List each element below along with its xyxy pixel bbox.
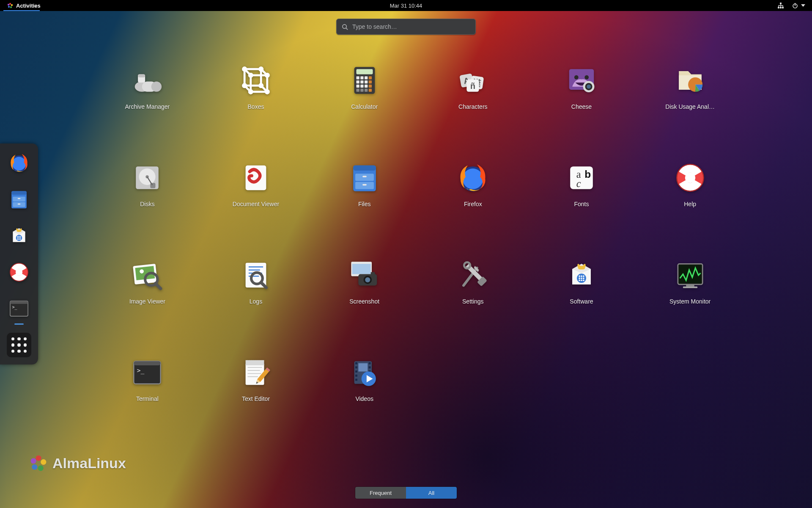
svg-rect-165: [355, 362, 357, 364]
app-text-editor[interactable]: Text Editor: [218, 356, 294, 402]
app-label: Boxes: [248, 103, 264, 110]
app-system-monitor[interactable]: System Monitor: [652, 258, 728, 305]
svg-point-24: [20, 236, 21, 237]
svg-point-136: [579, 279, 580, 281]
app-characters[interactable]: A 漢 ñ Characters: [435, 64, 511, 110]
svg-rect-167: [355, 370, 357, 373]
app-cheese[interactable]: Cheese: [543, 64, 620, 110]
svg-rect-144: [134, 361, 161, 365]
search-input[interactable]: [352, 23, 470, 30]
system-status-area[interactable]: [777, 0, 812, 11]
cheese-icon: [565, 64, 598, 97]
svg-rect-170: [368, 362, 370, 364]
svg-point-182: [31, 458, 36, 464]
app-label: Terminal: [136, 395, 159, 402]
app-files[interactable]: Files: [326, 161, 403, 207]
svg-point-181: [32, 464, 37, 470]
svg-point-51: [258, 83, 263, 88]
app-disks[interactable]: Disks: [109, 161, 185, 207]
svg-rect-70: [356, 89, 359, 92]
svg-rect-61: [368, 76, 371, 79]
app-archive-manager[interactable]: Archive Manager: [109, 64, 185, 110]
svg-point-30: [20, 239, 21, 240]
dash: >_: [0, 144, 38, 364]
app-label: Disks: [140, 201, 154, 207]
svg-rect-94: [353, 166, 376, 171]
calculator-icon: [348, 64, 381, 97]
svg-rect-171: [368, 366, 370, 368]
files-icon: [348, 161, 381, 195]
all-tab[interactable]: All: [406, 487, 457, 499]
svg-point-81: [574, 75, 579, 80]
svg-point-26: [19, 237, 19, 238]
network-icon: [777, 2, 784, 9]
app-image-viewer[interactable]: Image Viewer: [109, 258, 185, 305]
clock[interactable]: Mar 31 10:44: [390, 3, 422, 9]
svg-rect-16: [11, 191, 27, 195]
app-label: Image Viewer: [129, 298, 165, 305]
svg-point-138: [583, 279, 584, 281]
app-software[interactable]: Software: [543, 258, 620, 305]
svg-rect-71: [360, 89, 363, 92]
app-label: Characters: [458, 103, 487, 110]
dash-item-firefox[interactable]: [6, 150, 32, 176]
app-videos[interactable]: Videos: [326, 356, 403, 402]
app-help[interactable]: Help: [652, 161, 728, 207]
svg-point-50: [242, 83, 247, 88]
app-label: Disk Usage Anal…: [665, 103, 715, 110]
document-viewer-icon: [239, 161, 273, 195]
app-logs[interactable]: Logs: [218, 258, 294, 305]
svg-line-112: [156, 284, 161, 289]
svg-point-22: [17, 236, 18, 237]
svg-rect-166: [355, 366, 357, 368]
svg-rect-64: [365, 80, 368, 83]
svg-point-137: [581, 279, 582, 281]
svg-point-23: [19, 236, 19, 237]
app-firefox[interactable]: Firefox: [435, 161, 511, 207]
svg-rect-98: [362, 184, 367, 186]
svg-rect-57: [356, 69, 373, 74]
app-label: Fonts: [574, 201, 589, 207]
svg-point-151: [253, 360, 255, 362]
search-box[interactable]: [336, 19, 476, 35]
activities-button[interactable]: Activities: [3, 0, 44, 11]
svg-point-55: [265, 89, 270, 94]
app-terminal[interactable]: >_ Terminal: [109, 356, 185, 402]
app-settings[interactable]: Settings: [435, 258, 511, 305]
svg-point-25: [17, 237, 18, 238]
svg-point-2: [10, 6, 12, 8]
svg-rect-146: [246, 363, 264, 385]
svg-point-82: [584, 75, 589, 80]
svg-point-152: [255, 360, 257, 362]
svg-point-54: [248, 89, 253, 94]
dash-show-applications[interactable]: [6, 332, 32, 358]
app-boxes[interactable]: Boxes: [218, 64, 294, 110]
frequent-tab[interactable]: Frequent: [355, 487, 406, 499]
svg-point-134: [581, 277, 582, 279]
app-disk-usage[interactable]: Disk Usage Anal…: [652, 64, 728, 110]
firefox-icon: [456, 161, 490, 195]
dash-item-help[interactable]: [6, 260, 32, 285]
app-label: Software: [570, 298, 593, 305]
app-calculator[interactable]: Calculator: [326, 64, 403, 110]
svg-point-11: [343, 24, 346, 28]
svg-rect-72: [365, 89, 368, 92]
logs-icon: [239, 258, 273, 292]
app-document-viewer[interactable]: Document Viewer: [218, 161, 294, 207]
svg-rect-20: [18, 204, 21, 204]
dash-item-files[interactable]: [6, 187, 32, 212]
svg-point-39: [151, 81, 162, 91]
disk-usage-icon: [673, 64, 707, 97]
dash-item-software[interactable]: [6, 223, 32, 248]
applications-grid: Archive Manager Boxes Calculator A: [93, 64, 744, 402]
files-icon: [8, 188, 30, 210]
svg-text:>_: >_: [137, 367, 145, 374]
app-fonts[interactable]: a b c Fonts: [543, 161, 620, 207]
videos-icon: [348, 356, 381, 389]
svg-rect-5: [780, 3, 782, 4]
app-screenshot[interactable]: Screenshot: [326, 258, 403, 305]
svg-point-14: [12, 157, 26, 171]
disks-icon: [130, 161, 164, 195]
dash-item-terminal[interactable]: >_: [6, 296, 32, 321]
power-icon: [792, 2, 798, 9]
